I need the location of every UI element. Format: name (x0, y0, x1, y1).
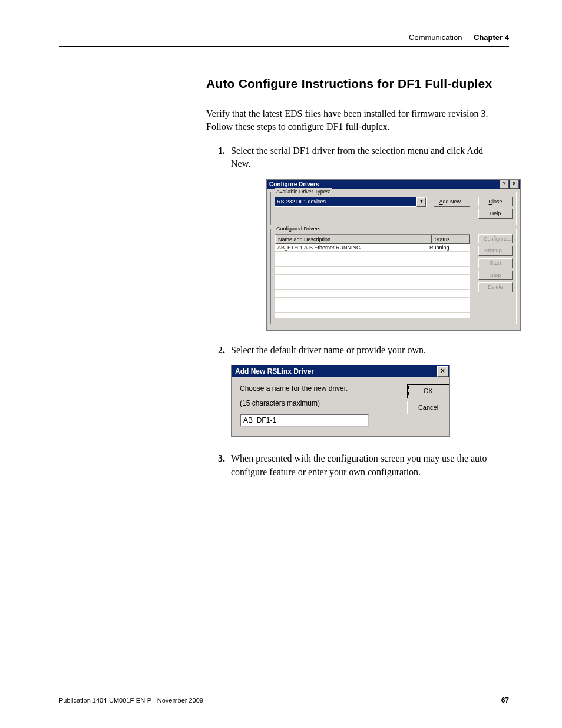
configured-drivers-label: Configured Drivers: (275, 225, 324, 233)
table-row[interactable]: AB_ETH-1 A-B Ethernet RUNNING Running (275, 244, 470, 252)
available-driver-types-label: Available Driver Types: (275, 188, 332, 196)
table-row[interactable] (275, 267, 470, 275)
table-row[interactable] (275, 313, 470, 317)
table-row[interactable] (275, 259, 470, 267)
page-header: Communication Chapter 4 (409, 33, 509, 42)
chevron-down-icon[interactable]: ▼ (416, 197, 426, 207)
row-name: AB_ETH-1 A-B Ethernet RUNNING (275, 244, 427, 251)
startup-button[interactable]: Startup... (478, 246, 513, 256)
prompt-line-2: (15 characters maximum) (240, 399, 399, 408)
step-1: 1. Select the serial DF1 driver from the… (218, 144, 495, 331)
close-icon[interactable]: × (510, 180, 519, 189)
table-row[interactable] (275, 252, 470, 259)
driver-type-combo[interactable]: RS-232 DF1 devices ▼ (275, 197, 427, 207)
row-status: Running (427, 244, 470, 251)
step-3-text: When presented with the configuration sc… (231, 453, 487, 476)
cancel-button[interactable]: Cancel (407, 401, 449, 414)
delete-button[interactable]: Delete (478, 282, 513, 292)
col-status: Status (432, 235, 470, 245)
table-row[interactable] (275, 305, 470, 313)
footer-publication: Publication 1404-UM001F-EN-P - November … (59, 697, 203, 704)
table-row[interactable] (275, 275, 470, 282)
step-2-text: Select the default driver name or provid… (231, 345, 426, 355)
add-new-driver-dialog: Add New RSLinx Driver × Choose a name fo… (231, 365, 450, 437)
table-row[interactable] (275, 290, 470, 298)
available-driver-types-group: Available Driver Types: RS-232 DF1 devic… (270, 192, 517, 225)
stop-button[interactable]: Stop (478, 271, 513, 281)
step-1-number: 1. (218, 144, 225, 157)
help-button[interactable]: Help (478, 209, 513, 219)
intro-paragraph: Verify that the latest EDS files have be… (206, 107, 489, 134)
step-3-number: 3. (218, 452, 225, 465)
configure-drivers-dialog: Configure Drivers ? × Available Driver T… (266, 179, 521, 331)
dialog2-titlebar: Add New RSLinx Driver × (232, 365, 449, 377)
dialog2-title: Add New RSLinx Driver (235, 367, 314, 377)
header-rule (59, 46, 509, 47)
driver-name-input[interactable] (240, 414, 369, 427)
section-title: Auto Configure Instructions for DF1 Full… (206, 77, 509, 91)
close-icon[interactable]: × (437, 366, 448, 377)
footer-page-number: 67 (501, 696, 509, 704)
table-row[interactable] (275, 282, 470, 290)
header-chapter: Chapter 4 (474, 33, 509, 42)
step-3: 3. When presented with the configuration… (218, 452, 495, 479)
add-new-button[interactable]: Add New... (434, 197, 470, 207)
step-2-number: 2. (218, 344, 225, 357)
help-icon[interactable]: ? (500, 180, 509, 189)
drivers-table[interactable]: Name and Description Status AB_ETH-1 A-B… (275, 234, 470, 318)
col-name: Name and Description (275, 235, 432, 245)
close-button[interactable]: Close (478, 197, 513, 207)
configure-button[interactable]: Configure... (478, 234, 513, 244)
dialog-title: Configure Drivers (269, 180, 319, 189)
configured-drivers-group: Configured Drivers: Name and Description… (270, 229, 517, 324)
table-row[interactable] (275, 298, 470, 305)
step-1-text: Select the serial DF1 driver from the se… (231, 146, 483, 169)
driver-type-value: RS-232 DF1 devices (275, 197, 416, 206)
header-section: Communication (409, 33, 462, 42)
drivers-table-header: Name and Description Status (275, 235, 470, 245)
prompt-line-1: Choose a name for the new driver. (240, 384, 399, 393)
start-button[interactable]: Start (478, 258, 513, 268)
step-2: 2. Select the default driver name or pro… (218, 344, 495, 437)
ok-button[interactable]: OK (407, 384, 449, 398)
